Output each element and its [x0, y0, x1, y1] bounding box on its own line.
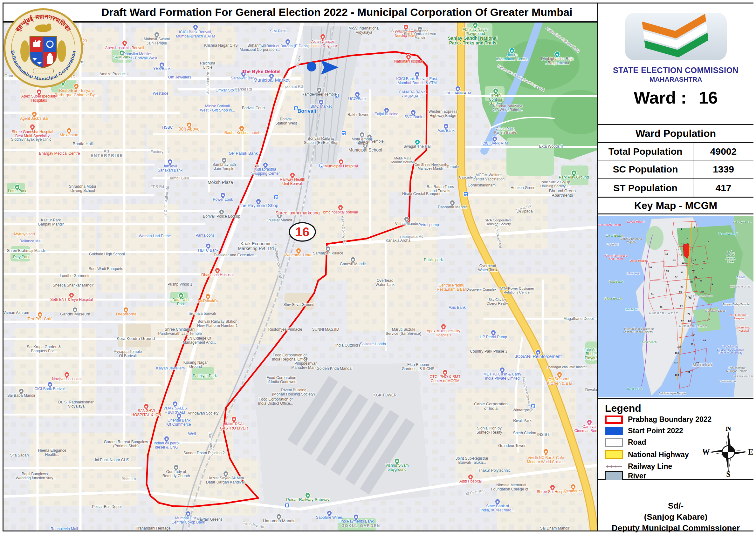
map-label: UNIVERSALGASTRO LIVER: [220, 422, 248, 430]
commission-state: MAHARASHTRA: [598, 76, 753, 83]
map-label: Borivali Court: [242, 106, 265, 110]
map-label: Shiv Seva Ground: [283, 302, 314, 307]
map-label: ICICI Bank Borivali,Mumbai-Branch & ATM: [176, 30, 215, 38]
map-label: Central PrabhuRestaurant & Bar: [437, 283, 466, 292]
keymap-ward-number: 2: [694, 226, 695, 228]
map-label: Amaze Products: [99, 72, 127, 76]
keymap-label: Oscar Hospital: [630, 259, 648, 263]
map-label: Pantaloons: [196, 233, 215, 238]
map-label: Railway HealthUnit Borivali: [280, 177, 305, 186]
map-label: Shree laxmi marketing: [275, 210, 319, 216]
map-label: Kastur ParkGanpati Mandir: [38, 218, 64, 226]
key-map-header: Key Map - MCGM: [598, 198, 753, 215]
map-label: VIJAY SALES- BORIVALI: [163, 406, 187, 415]
map-label: Kora Kendra Ground: [117, 336, 155, 341]
map-label: Ganesh Mandir: [340, 262, 366, 266]
map-area: Sterling hospitalComplexls 23$$FOOD LORD…: [4, 23, 597, 530]
compass-s: S: [726, 470, 731, 477]
map-label: Theobroma: [115, 312, 137, 317]
map-label: Gandhi Museum: [60, 312, 90, 317]
map-label: ICICI BANK ATM: [482, 141, 508, 145]
map-label: INSIST: [537, 432, 550, 437]
map-label: LN College OfManagement And...: [183, 336, 216, 345]
map-label: Rustomjee Pinnacle: [268, 327, 302, 332]
map-label: Gokhale High School: [89, 252, 125, 256]
compass-e: E: [748, 447, 753, 456]
map-label: 90ft Above: [179, 126, 200, 132]
keymap-ward-number: 105: [675, 373, 679, 376]
map-label: Vitthal Mandir: [395, 221, 418, 226]
map-label: Municipal Market: [254, 77, 290, 83]
map-label: Power Look: [213, 197, 233, 202]
legend-item-river: River: [605, 471, 646, 481]
map-label: S M Patel: [270, 29, 286, 33]
map-label: Jai Punit Nagar CHS: [94, 458, 129, 462]
map-label: Soni Wadi Banquets: [89, 267, 123, 271]
legend-item-start: Start Point 2022: [605, 427, 683, 435]
map-label: Golden Krida Mandal: [317, 366, 353, 371]
map-label: Play Park: [13, 255, 30, 259]
map-label: Penthouzz: [564, 489, 582, 493]
map-label: YES Bank: [153, 66, 171, 71]
map-label: Vishnu Sivamplayground: [385, 463, 409, 472]
map-label: HP Petrol Pump: [480, 335, 507, 339]
map-label: TPS Rd: [151, 185, 164, 189]
map-label: Lotus Park: [8, 189, 26, 193]
keymap-ward-number: 64: [680, 304, 683, 307]
map-label: Om Shree NeelkanthMahadev Mandir: [415, 163, 447, 170]
map-label: Vividh NX Bar & CafeModern World Cuisine: [527, 456, 565, 464]
legend-item-road: Road: [605, 438, 646, 446]
map-label: Kalyan Jewellers: [156, 366, 185, 370]
map-label: Gorakshakdham: [468, 183, 496, 188]
map-label: Resto Bar - BiryaniBarbeque Chinese By..…: [55, 88, 98, 97]
map-label: Pushp Vinod 1: [168, 282, 192, 287]
map-label: Hiranandani Heritage: [134, 526, 171, 530]
keymap-ward-number: 61: [660, 306, 662, 308]
map-label: Sanjay Gandhi NationalPark - Treks and T…: [448, 36, 498, 45]
sec-logo: [625, 13, 727, 61]
keymap-ward-number: 24: [691, 262, 694, 265]
keymap-ward-number: 17: [676, 248, 679, 251]
page-title: Draft Ward Formation For General Electio…: [4, 4, 597, 21]
keymap-ward-number: 95: [687, 370, 690, 373]
population-row-label: Total Population: [598, 143, 693, 161]
keymap-label: Gorai Beach: [606, 234, 623, 237]
map-label: Raghuleela Mall: [51, 527, 78, 530]
map-label: bmc hospital borivali: [323, 210, 358, 215]
keymap-ward-number: 82: [688, 319, 691, 322]
keymap-ward-number: 23: [682, 262, 685, 264]
compass-n: N: [725, 427, 731, 432]
keymap-label: CHEMBUR: [719, 380, 736, 383]
signature-name: (Sanjog Kabare): [598, 512, 753, 522]
map-label: Nirala Crystal Banquet: [402, 191, 441, 196]
keymap-ward-number: 34: [649, 266, 652, 269]
map-label: ICICI Bank Borivali.: [33, 387, 67, 391]
map-label: Joint Sub-RegistrarBorivali Taluka...: [456, 456, 489, 465]
keymap-ward-number: 101: [675, 352, 679, 354]
map-label: Ramdevpeer Temple: [302, 92, 337, 97]
keymap-ward-number: 41: [710, 282, 713, 285]
keymap-label: Mumbai: [692, 362, 713, 367]
map-label: Sai Baba Mandir: [7, 393, 36, 398]
compass-w: W: [703, 447, 710, 456]
map-label: Mexichino: [60, 133, 78, 137]
map-label: Signia High bySunteck Realty: [476, 426, 502, 435]
keymap-label: GORAI: [607, 243, 619, 246]
map-label: Dashama Mandir: [438, 205, 467, 209]
commission-name: STATE ELECTION COMMISSION: [598, 66, 753, 75]
map-label: Meldi MataMandir Borivali: [392, 156, 415, 164]
keymap-label: ANDHERI WEST: [649, 312, 678, 315]
map-label: Vrindavan Society: [188, 411, 218, 416]
map-label: Abhinav NagarPlayground: [463, 27, 488, 36]
map-label: National Hospital: [394, 59, 423, 64]
ward-number-text: 16: [295, 225, 310, 239]
key-map-canvas: Sun Beach ResortLevels ResortGorai Beach…: [598, 215, 753, 399]
map-label: SambhavnathJain Temple: [212, 162, 236, 171]
map-label: Swagat The Hall: [403, 144, 431, 149]
keymap-label: Bandra Fort: [627, 387, 642, 391]
map-label: Kaak EconomicMarketing Pvt. Ltd: [238, 241, 274, 251]
keymap-ward-number: 38: [694, 275, 697, 278]
keymap-ward-number: 11: [681, 243, 684, 245]
keymap-ward-number: 36: [680, 271, 683, 274]
transit-stop-icon: [464, 192, 468, 196]
